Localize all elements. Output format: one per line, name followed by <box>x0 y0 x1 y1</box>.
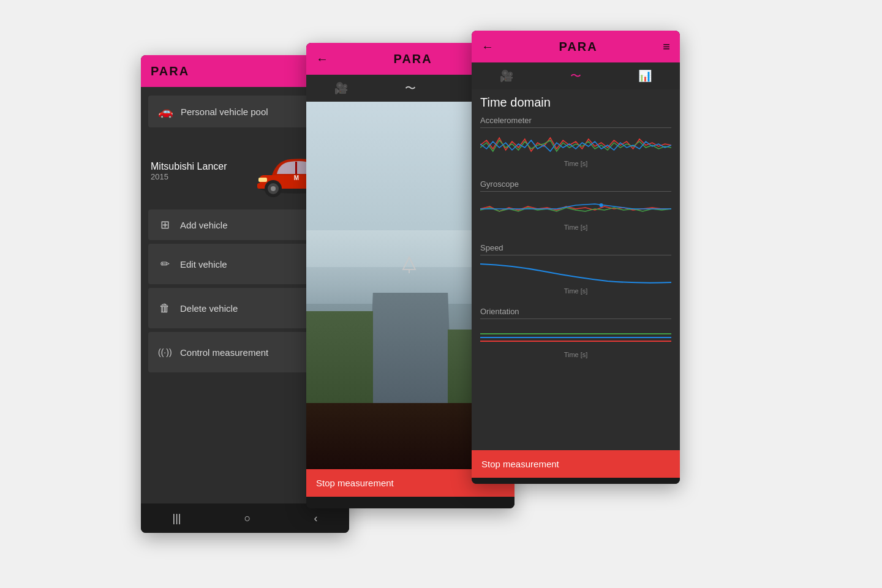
accelerometer-section: Accelerometer Time [s] <box>472 112 680 176</box>
svg-text:M: M <box>294 175 299 181</box>
phone2-header-title: PARA <box>394 52 432 66</box>
vehicle-pool-label: Personal vehicle pool <box>181 107 268 117</box>
phone3-camera-tab[interactable]: 🎥 <box>500 69 513 83</box>
accelerometer-time-label: Time [s] <box>480 160 671 167</box>
speed-divider <box>480 255 671 255</box>
phone2-bottom-nav: ○ ‹ <box>306 497 514 508</box>
accelerometer-divider <box>480 127 671 128</box>
gyroscope-divider <box>480 191 671 192</box>
control-measurement-left: ((·)) Control measurement <box>158 347 268 358</box>
phone3-back-icon[interactable]: ← <box>481 40 494 54</box>
phone1-header-title: PARA <box>151 64 189 78</box>
speed-label: Speed <box>480 243 671 252</box>
phone3-stats-tab[interactable]: 📊 <box>638 69 652 83</box>
grass-left <box>306 311 373 403</box>
phone-time-domain: ← PARA ≡ 🎥 〜 📊 Time domain Accelerometer <box>472 31 680 484</box>
phone2-back-btn[interactable]: ‹ <box>461 505 465 509</box>
orientation-chart <box>480 323 671 350</box>
phone3-header: ← PARA ≡ <box>472 31 680 62</box>
orientation-divider <box>480 318 671 319</box>
edit-vehicle-label: Edit vehicle <box>180 259 227 270</box>
phone3-header-title: PARA <box>559 40 598 54</box>
phone2-camera-tab[interactable]: 🎥 <box>334 81 348 95</box>
home-icon[interactable]: ○ <box>244 512 251 525</box>
phone3-bottom-nav: ○ ‹ <box>472 478 680 484</box>
delete-icon: 🗑 <box>158 302 172 315</box>
speed-time-label: Time [s] <box>480 287 671 295</box>
edit-icon: ✏ <box>158 257 172 271</box>
svg-point-29 <box>599 203 603 207</box>
sensors-container[interactable]: Accelerometer Time [s] Gyroscope <box>472 112 680 450</box>
time-domain-title: Time domain <box>472 89 680 112</box>
phone2-chart-tab[interactable]: 〜 <box>405 81 416 96</box>
add-vehicle-label: Add vehicle <box>180 220 228 230</box>
orientation-label: Orientation <box>480 307 671 316</box>
svg-text:!: ! <box>409 263 410 268</box>
vehicle-year: 2015 <box>151 172 227 181</box>
speed-chart <box>480 259 671 286</box>
add-vehicle-left: ⊞ Add vehicle <box>158 218 228 232</box>
road-sign: ! <box>402 256 417 276</box>
recent-apps-icon[interactable]: ||| <box>173 512 181 525</box>
delete-vehicle-label: Delete vehicle <box>180 303 238 314</box>
phone3-menu-icon[interactable]: ≡ <box>663 40 670 54</box>
accelerometer-chart <box>480 132 671 159</box>
back-icon[interactable]: ‹ <box>314 512 317 525</box>
svg-rect-5 <box>258 178 267 182</box>
gyroscope-time-label: Time [s] <box>480 224 671 231</box>
control-measurement-label: Control measurement <box>180 347 268 358</box>
scene: PARA ≡ 🚗 Personal vehicle pool Mitsubish… <box>104 18 778 570</box>
gyroscope-chart <box>480 195 671 222</box>
phone3-stop-measurement-button[interactable]: Stop measurement <box>472 450 680 478</box>
control-icon: ((·)) <box>158 347 172 357</box>
phone3-tab-bar: 🎥 〜 📊 <box>472 62 680 89</box>
phone2-back-icon[interactable]: ← <box>316 52 328 66</box>
accelerometer-label: Accelerometer <box>480 116 671 125</box>
vehicle-text: Mitsubishi Lancer 2015 <box>151 161 227 181</box>
add-icon: ⊞ <box>158 218 172 232</box>
delete-vehicle-left: 🗑 Delete vehicle <box>158 302 238 315</box>
edit-vehicle-left: ✏ Edit vehicle <box>158 257 227 271</box>
svg-rect-2 <box>295 162 297 174</box>
gyroscope-section: Gyroscope Time [s] <box>472 176 680 239</box>
vehicle-pool-icon: 🚗 <box>158 104 173 119</box>
speed-section: Speed Time [s] <box>472 239 680 303</box>
svg-point-9 <box>271 186 276 191</box>
gyroscope-label: Gyroscope <box>480 179 671 189</box>
road <box>369 293 452 403</box>
phone3-chart-tab[interactable]: 〜 <box>570 69 581 83</box>
vehicle-name: Mitsubishi Lancer <box>151 161 227 172</box>
orientation-section: Orientation Time [s] <box>472 303 680 367</box>
phone2-home-icon[interactable]: ○ <box>356 505 363 509</box>
orientation-time-label: Time [s] <box>480 351 671 358</box>
